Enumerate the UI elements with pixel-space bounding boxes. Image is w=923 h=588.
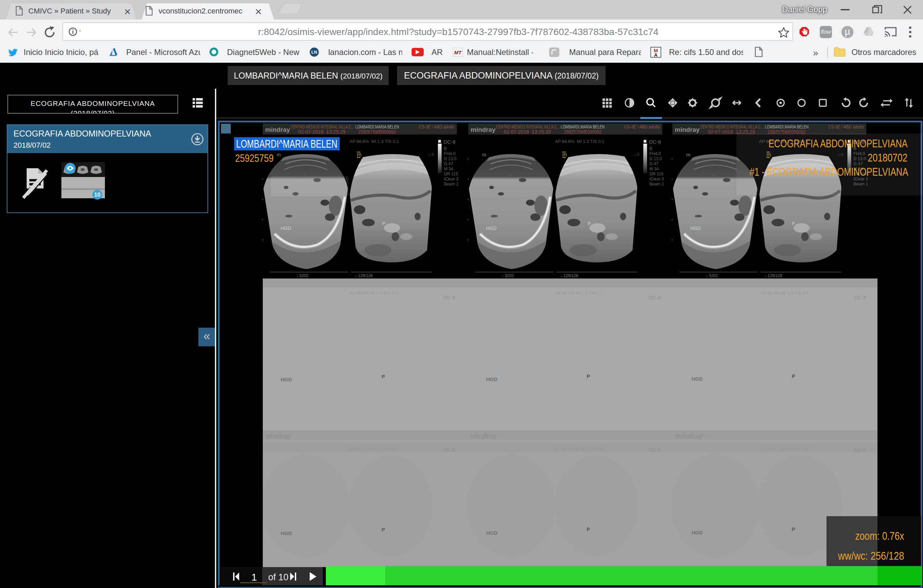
svg-text:1: 1 bbox=[251, 572, 257, 583]
svg-text:#1 - ECOGRAFIA ABDOMINOPELVIAN: #1 - ECOGRAFIA ABDOMINOPELVIANA bbox=[750, 165, 908, 178]
svg-text:of 10: of 10 bbox=[268, 572, 288, 582]
svg-text:ECOGRAFIA ABDOMINOPELVIANA: ECOGRAFIA ABDOMINOPELVIANA bbox=[769, 137, 908, 150]
svg-text:mindray: mindray bbox=[265, 432, 292, 440]
svg-text:ww/wc: 256/128: ww/wc: 256/128 bbox=[838, 550, 904, 562]
svg-text:HGD: HGD bbox=[486, 376, 498, 382]
svg-text:P: P bbox=[792, 373, 795, 379]
svg-text:HGD: HGD bbox=[486, 530, 498, 536]
svg-text:DC-8: DC-8 bbox=[443, 447, 455, 453]
svg-text:AP 66.6% MI 1.3 TIS 0.1: AP 66.6% MI 1.3 TIS 0.1 bbox=[350, 446, 398, 452]
svg-text:AP 66.6% MI 1.3 TIS 0.1: AP 66.6% MI 1.3 TIS 0.1 bbox=[555, 446, 603, 452]
svg-text:HGD: HGD bbox=[281, 530, 292, 536]
svg-text:HGD: HGD bbox=[691, 530, 703, 536]
svg-text:DC-8: DC-8 bbox=[443, 295, 455, 300]
svg-text:P: P bbox=[587, 373, 590, 379]
svg-text:P: P bbox=[792, 526, 795, 532]
svg-text:P: P bbox=[587, 526, 590, 532]
svg-text:AP 66.6% MI 1.3 TIS 0.1: AP 66.6% MI 1.3 TIS 0.1 bbox=[760, 291, 809, 296]
svg-text:AP 66.6% MI 1.3 TIS 0.1: AP 66.6% MI 1.3 TIS 0.1 bbox=[350, 291, 398, 296]
svg-text:AP 66.6% MI 1.3 TIS 0.1: AP 66.6% MI 1.3 TIS 0.1 bbox=[760, 446, 809, 452]
svg-text:P: P bbox=[381, 527, 385, 532]
svg-text:HGD: HGD bbox=[691, 376, 703, 382]
svg-text:DC-8: DC-8 bbox=[649, 447, 660, 453]
svg-text:mindray: mindray bbox=[471, 432, 497, 440]
svg-text:LOMBARDI^MARIA BELEN: LOMBARDI^MARIA BELEN bbox=[236, 137, 337, 150]
svg-text:25925759: 25925759 bbox=[235, 152, 274, 164]
svg-text:HGD: HGD bbox=[281, 377, 292, 382]
svg-text:DC-8: DC-8 bbox=[649, 295, 660, 300]
svg-text:zoom: 0.76x: zoom: 0.76x bbox=[855, 530, 904, 542]
svg-text:20180702: 20180702 bbox=[868, 151, 908, 164]
svg-text:DC-8: DC-8 bbox=[854, 447, 866, 453]
svg-text:AP 66.6% MI 1.3 TIS 0.1: AP 66.6% MI 1.3 TIS 0.1 bbox=[555, 291, 603, 296]
svg-text:P: P bbox=[381, 373, 385, 379]
svg-text:mindray: mindray bbox=[676, 432, 703, 440]
svg-text:DC-8: DC-8 bbox=[854, 295, 866, 300]
